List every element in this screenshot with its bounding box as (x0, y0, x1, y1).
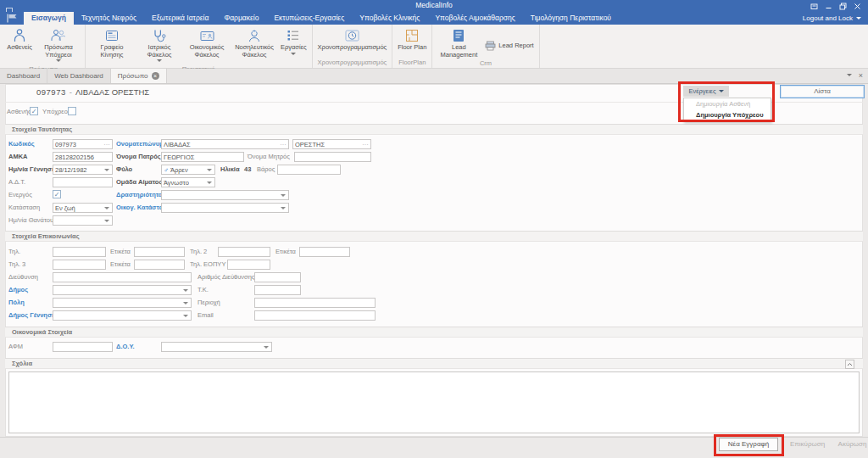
close-document-icon[interactable]: × (859, 72, 863, 80)
code-field[interactable]: 097973… (53, 139, 113, 149)
birth-municipality-label: Δήμος Γέννησης (8, 310, 59, 321)
menu-item-create-obligor[interactable]: Δημιουργία Υπόχρεου (684, 109, 771, 120)
ellipsis-lookup-icon[interactable]: … (280, 139, 287, 147)
section-identity-header: Στοιχεία Ταυτότητας (5, 124, 863, 135)
patients-button[interactable]: Ασθενείς (4, 25, 35, 52)
id-card-icon (199, 27, 215, 44)
idcard-field[interactable] (53, 177, 113, 187)
phone-tag-field[interactable] (134, 247, 185, 257)
age-value: 43 (244, 165, 251, 175)
maximize-icon (839, 3, 847, 10)
birth-municipality-select[interactable] (53, 310, 192, 321)
tab-eisagogi[interactable]: Εισαγωγή (24, 12, 74, 25)
phone3-field[interactable] (53, 260, 106, 270)
status-label: Κατάσταση (8, 203, 40, 213)
menu-item-create-patient[interactable]: Δημιουργία Ασθενή (684, 98, 771, 109)
mother-name-field[interactable] (294, 152, 371, 162)
tasks-button[interactable]: Εργασίες (278, 25, 309, 58)
father-name-field[interactable] (161, 152, 244, 162)
section-contact-header: Στοιχεία Επικοινωνίας (5, 231, 863, 242)
nursing-folder-button[interactable]: Νοσηλευτικός Φάκελος (231, 25, 278, 59)
ribbon: Ασθενείς Πρόσωπα Υπόχρεοι Πρόσωπα (0, 25, 868, 69)
comments-textarea[interactable] (8, 371, 860, 433)
email-label: Email (198, 310, 214, 321)
record-name: ΛΙΒΑΔΑΣ ΟΡΕΣΤΗΣ (75, 87, 149, 97)
obligor-checkbox[interactable] (68, 107, 76, 115)
weight-field[interactable] (277, 165, 341, 175)
chevron-down-icon (291, 53, 296, 58)
tab-list-dropdown-icon[interactable] (847, 74, 852, 79)
blood-group-select[interactable]: Άγνωστο (161, 177, 215, 187)
movement-office-button[interactable]: Γραφείο Κίνησης (88, 25, 136, 59)
close-icon (854, 3, 861, 10)
phone2-field[interactable] (218, 247, 270, 257)
patient-icon (13, 27, 26, 44)
address-number-field[interactable] (254, 272, 301, 282)
close-tab-icon[interactable]: × (152, 72, 159, 80)
maximize-button[interactable] (836, 0, 850, 12)
file-button[interactable] (0, 12, 24, 25)
firstname-field[interactable]: ΟΡΕΣΤΗΣ… (292, 139, 371, 149)
confirm-button[interactable]: Επικύρωση (784, 438, 831, 451)
lead-report-button[interactable]: Lead Report (482, 39, 536, 53)
actions-dropdown-button[interactable]: Ενέργειες (683, 86, 729, 97)
ellipsis-lookup-icon[interactable]: … (362, 139, 369, 147)
medical-folder-button[interactable]: Ιατρικός Φάκελος (136, 25, 183, 64)
amka-field[interactable] (53, 152, 113, 162)
patient-checkbox[interactable]: ✓ (30, 107, 38, 115)
status-select[interactable]: Εν ζωή (53, 203, 113, 213)
record-code: 097973 (36, 87, 66, 97)
doy-select[interactable] (161, 342, 272, 352)
postal-code-field[interactable] (254, 285, 301, 295)
email-field[interactable] (254, 310, 376, 321)
minimize-button[interactable] (821, 0, 836, 12)
doctab-prosopo[interactable]: Πρόσωπο × (111, 69, 167, 83)
active-checkbox[interactable]: ✓ (53, 190, 61, 198)
tab-ektyposeis-ergasies[interactable]: Εκτυπώσεις-Εργασίες (266, 12, 352, 25)
logout-and-lock-button[interactable]: Logout and Lock (803, 12, 868, 25)
lastname-field[interactable]: ΛΙΒΑΔΑΣ… (161, 139, 289, 149)
gender-select[interactable]: ♂Άρρεν (161, 165, 215, 175)
phone3-tag-field[interactable] (134, 260, 185, 270)
tab-timologisi-peristatikou[interactable]: Τιμολόγηση Περιστατικού (523, 12, 619, 25)
address-number-label: Αριθμός Διεύθυνσης (198, 272, 254, 282)
lead-management-button[interactable]: Lead Management (435, 25, 482, 59)
dock-window-button[interactable] (807, 0, 821, 12)
collapse-comments-button[interactable] (845, 360, 854, 369)
gender-label: Φύλο (116, 165, 132, 175)
afm-label: ΑΦΜ (8, 342, 23, 352)
financial-folder-button[interactable]: Οικονομικός Φάκελος (183, 25, 231, 59)
area-field[interactable] (254, 298, 376, 308)
phone2-tag-field[interactable] (299, 247, 350, 257)
male-icon: ♂ (164, 166, 169, 174)
cancel-button[interactable]: Ακύρωση (833, 438, 868, 451)
list-button[interactable]: Λίστα (780, 85, 865, 98)
tab-ypovoles-aimokatharsis[interactable]: Υποβολές Αιμοκάθαρσης (427, 12, 522, 25)
tab-texnitos-nefros[interactable]: Τεχνητός Νεφρός (74, 12, 144, 25)
phone-eopyy-field[interactable] (227, 260, 270, 270)
phone-field[interactable] (53, 247, 106, 257)
birthdate-select[interactable]: 28/12/1982 (53, 165, 113, 175)
tab-exoterika-iatreia[interactable]: Εξωτερικά Ιατρεία (144, 12, 216, 25)
doctab-dashboard[interactable]: Dashboard (0, 69, 47, 83)
activity-select[interactable] (161, 190, 289, 200)
persons-obligors-button[interactable]: Πρόσωπα Υπόχρεοι (35, 25, 82, 64)
address-field[interactable] (53, 272, 192, 282)
municipality-select[interactable] (53, 285, 192, 295)
city-select[interactable] (53, 298, 192, 308)
floor-plan-button[interactable]: Floor Plan (395, 25, 429, 52)
death-date-select[interactable] (53, 215, 113, 226)
new-record-button[interactable]: Νέα Εγγραφή (719, 438, 778, 451)
marital-status-select[interactable] (161, 203, 289, 213)
ribbon-group-xronoprogrammatismos: Χρονοπρογραμματισμός Χρονοπρογραμματισμό… (313, 25, 393, 68)
afm-field[interactable] (53, 342, 113, 352)
tab-farmakeio[interactable]: Φαρμακείο (216, 12, 266, 25)
doctab-web-dashboard[interactable]: Web Dashboard (47, 69, 111, 83)
scheduling-button[interactable]: Χρονοπρογραμματισμός (315, 25, 390, 52)
close-button[interactable] (850, 0, 865, 12)
lead-management-icon (452, 27, 465, 44)
titlebar: MedicalInfo (0, 0, 868, 12)
ellipsis-lookup-icon[interactable]: … (103, 139, 110, 147)
tab-ypovoles-klinikis[interactable]: Υποβολές Κλινικής (352, 12, 427, 25)
birthdate-label: Ημ/νία Γέννησης (8, 165, 58, 175)
